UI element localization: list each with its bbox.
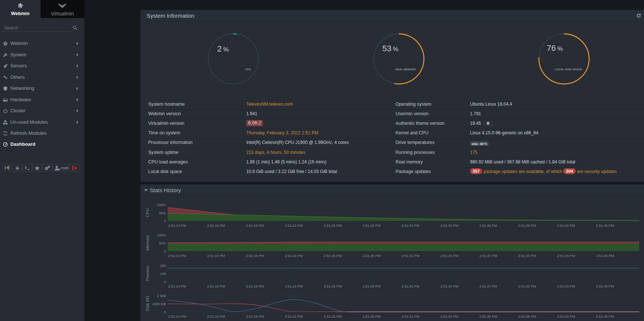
svg-text:1000 kiB: 1000 kiB (152, 302, 166, 306)
svg-text:2:51:42 PM: 2:51:42 PM (557, 223, 575, 227)
svg-text:2:51:14 PM: 2:51:14 PM (168, 254, 186, 258)
svg-text:2:51:37 PM: 2:51:37 PM (479, 284, 497, 288)
svg-text:2:51:22 PM: 2:51:22 PM (285, 314, 303, 318)
svg-text:2:51:46 PM: 2:51:46 PM (596, 284, 614, 288)
svg-text:2:51:33 PM: 2:51:33 PM (441, 223, 459, 227)
svg-text:2:51:25 PM: 2:51:25 PM (324, 223, 342, 227)
svg-text:Process: Process (145, 266, 150, 281)
svg-text:2:51:37 PM: 2:51:37 PM (479, 254, 497, 258)
svg-text:2:51:31 PM: 2:51:31 PM (401, 223, 420, 227)
svg-text:2:51:16 PM: 2:51:16 PM (207, 284, 225, 288)
svg-text:0: 0 (164, 249, 166, 253)
svg-text:2:51:31 PM: 2:51:31 PM (401, 284, 420, 288)
svg-text:2:51:22 PM: 2:51:22 PM (285, 223, 303, 227)
svg-text:2:51:34 PM: 2:51:34 PM (441, 284, 459, 288)
svg-text:2:51:22 PM: 2:51:22 PM (285, 284, 303, 288)
svg-text:2:51:43 PM: 2:51:43 PM (557, 284, 575, 288)
svg-text:2:51:31 PM: 2:51:31 PM (401, 314, 420, 318)
svg-text:2 MiB: 2 MiB (157, 294, 166, 298)
svg-text:100%: 100% (157, 203, 166, 207)
svg-text:2:51:40 PM: 2:51:40 PM (518, 254, 536, 258)
svg-text:2:51:19 PM: 2:51:19 PM (246, 314, 264, 318)
svg-text:2:51:19 PM: 2:51:19 PM (246, 254, 264, 258)
svg-text:2:51:28 PM: 2:51:28 PM (363, 314, 381, 318)
svg-text:2:51:16 PM: 2:51:16 PM (207, 254, 225, 258)
svg-text:50%: 50% (159, 241, 166, 245)
svg-text:2:51:14 PM: 2:51:14 PM (168, 284, 186, 288)
svg-text:2:51:34 PM: 2:51:34 PM (441, 254, 459, 258)
svg-text:2:51:25 PM: 2:51:25 PM (324, 284, 342, 288)
svg-text:200: 200 (160, 264, 166, 268)
svg-text:2:51:19 PM: 2:51:19 PM (246, 223, 264, 227)
svg-text:2:51:14 PM: 2:51:14 PM (168, 223, 186, 227)
svg-text:2:51:19 PM: 2:51:19 PM (246, 284, 264, 288)
svg-text:2:51:28 PM: 2:51:28 PM (363, 284, 381, 288)
svg-text:50%: 50% (159, 211, 166, 215)
svg-text:2:51:36 PM: 2:51:36 PM (479, 314, 497, 318)
svg-text:2:51:45 PM: 2:51:45 PM (596, 223, 614, 227)
svg-text:2:51:39 PM: 2:51:39 PM (518, 223, 536, 227)
svg-text:2:51:25 PM: 2:51:25 PM (324, 254, 342, 258)
svg-text:2:51:25 PM: 2:51:25 PM (324, 314, 342, 318)
svg-text:2:51:43 PM: 2:51:43 PM (557, 254, 575, 258)
svg-text:Memory: Memory (145, 235, 150, 251)
svg-text:2:51:39 PM: 2:51:39 PM (518, 314, 536, 318)
svg-text:2:51:14 PM: 2:51:14 PM (168, 314, 186, 318)
svg-text:0: 0 (164, 219, 166, 223)
svg-text:100: 100 (160, 272, 166, 276)
svg-text:2:51:22 PM: 2:51:22 PM (285, 254, 303, 258)
svg-text:2:51:42 PM: 2:51:42 PM (557, 314, 575, 318)
svg-text:2:51:45 PM: 2:51:45 PM (596, 314, 614, 318)
svg-text:2:51:16 PM: 2:51:16 PM (207, 223, 225, 227)
svg-text:2:51:36 PM: 2:51:36 PM (479, 223, 497, 227)
svg-text:2:51:16 PM: 2:51:16 PM (207, 314, 225, 318)
svg-text:100%: 100% (157, 233, 166, 237)
svg-text:2:51:33 PM: 2:51:33 PM (441, 314, 459, 318)
svg-text:2:51:40 PM: 2:51:40 PM (518, 284, 536, 288)
svg-text:0: 0 (164, 310, 166, 314)
svg-text:CPU: CPU (145, 208, 150, 217)
svg-text:Disk I/O: Disk I/O (145, 296, 150, 311)
svg-text:2:51:28 PM: 2:51:28 PM (363, 254, 381, 258)
svg-text:0: 0 (164, 280, 166, 284)
svg-text:2:51:46 PM: 2:51:46 PM (596, 254, 614, 258)
svg-text:2:51:28 PM: 2:51:28 PM (363, 223, 381, 227)
svg-text:2:51:31 PM: 2:51:31 PM (401, 254, 420, 258)
